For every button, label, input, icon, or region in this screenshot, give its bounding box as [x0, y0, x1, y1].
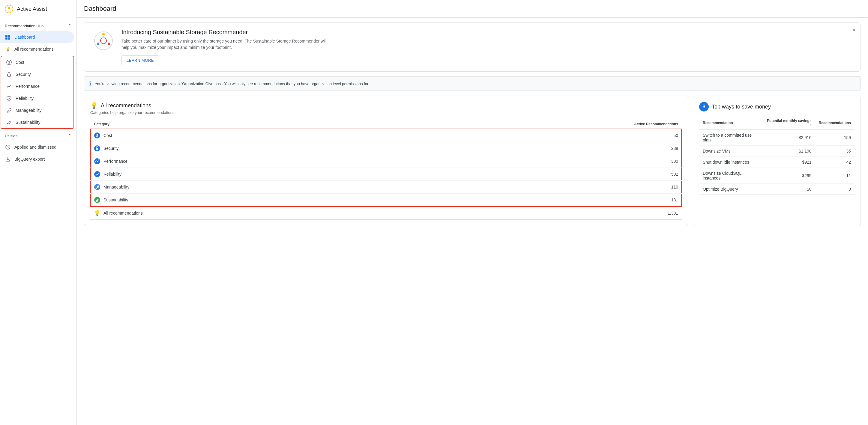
- sidebar-item-cost[interactable]: $ Cost: [1, 56, 71, 68]
- svg-rect-4: [5, 35, 7, 37]
- cards-row: 💡 All recommendations Categories help or…: [84, 96, 861, 226]
- all-rec-title: All recommendations: [101, 102, 151, 109]
- svg-point-11: [7, 96, 11, 100]
- sidebar-item-performance[interactable]: Performance: [1, 80, 71, 92]
- performance-label: Performance: [16, 84, 39, 89]
- svg-rect-6: [5, 37, 7, 39]
- sidebar: Active Assist Recommendation Hub ⌃ Dashb…: [0, 0, 77, 425]
- table-row[interactable]: Security288: [90, 142, 682, 155]
- cost-label: Cost: [16, 60, 24, 65]
- sidebar-item-all-recommendations[interactable]: 💡 All recommendations: [0, 43, 74, 55]
- sort-down-icon: ↓: [810, 123, 812, 127]
- sidebar-item-sustainability[interactable]: Sustainability: [1, 116, 71, 128]
- tw-savings-value: $2,910: [762, 130, 815, 146]
- info-icon: ℹ: [89, 80, 91, 87]
- category-cell: Performance: [90, 155, 399, 168]
- sidebar-item-manageability[interactable]: Manageability: [1, 104, 71, 116]
- svg-text:$: $: [96, 134, 98, 138]
- top-ways-card: $ Top ways to save money Recommendation …: [693, 96, 861, 226]
- table-row[interactable]: Switch to a committed use plan$2,910159: [699, 130, 855, 146]
- svg-point-27: [94, 171, 100, 177]
- tw-col-savings: Potential monthly savings ↓: [762, 116, 815, 130]
- utilities-header[interactable]: Utilities ⌃: [0, 129, 76, 141]
- svg-point-15: [100, 38, 106, 44]
- table-row[interactable]: Optimize BigQuery$00: [699, 184, 855, 195]
- all-rec-subtitle: Categories help organize your recommenda…: [90, 110, 682, 115]
- table-row[interactable]: Downsize VMs$1,19035: [699, 146, 855, 157]
- col-active: Active Recommendations: [399, 120, 682, 129]
- dashboard-label: Dashboard: [14, 35, 35, 39]
- sidebar-item-security[interactable]: Security: [1, 68, 71, 80]
- tw-recommendation-label: Optimize BigQuery: [699, 184, 762, 195]
- performance-icon: [6, 83, 12, 89]
- table-row[interactable]: Performance300: [90, 155, 682, 168]
- table-row[interactable]: Sustainability131: [90, 194, 682, 207]
- tw-savings-value: $921: [762, 157, 815, 168]
- svg-point-3: [9, 11, 9, 12]
- tw-savings-value: $0: [762, 184, 815, 195]
- category-cell: Manageability: [90, 181, 399, 194]
- banner-title: Introducing Sustainable Storage Recommen…: [121, 29, 853, 36]
- total-label: 💡All recommendations: [90, 206, 399, 220]
- sidebar-item-dashboard[interactable]: Dashboard: [0, 31, 74, 43]
- top-ways-table: Recommendation Potential monthly savings…: [699, 116, 855, 195]
- recommendation-hub-label: Recommendation Hub: [5, 24, 43, 28]
- security-label: Security: [16, 72, 31, 77]
- active-rec-count: 50: [399, 129, 682, 142]
- tw-col-count: Recommendations: [815, 116, 855, 130]
- table-row[interactable]: $Cost50: [90, 129, 682, 142]
- cost-icon: $: [6, 59, 12, 65]
- app-header: Active Assist: [0, 0, 76, 18]
- tw-count-value: 35: [815, 146, 855, 157]
- category-cell: Sustainability: [90, 194, 399, 207]
- tw-count-value: 11: [815, 168, 855, 184]
- bigquery-export-label: BigQuery export: [14, 157, 45, 162]
- utilities-chevron-icon: ⌃: [68, 133, 72, 139]
- page-title: Dashboard: [77, 0, 868, 18]
- sidebar-item-reliability[interactable]: Reliability: [1, 92, 71, 104]
- reliability-label: Reliability: [16, 96, 34, 101]
- table-row-total[interactable]: 💡All recommendations1,381: [90, 206, 682, 220]
- card-bulb-icon: 💡: [90, 102, 98, 109]
- active-rec-count: 110: [399, 181, 682, 194]
- dashboard-icon: [5, 34, 11, 40]
- category-cell: $Cost: [90, 129, 399, 142]
- recommendation-hub-header[interactable]: Recommendation Hub ⌃: [0, 18, 76, 31]
- sidebar-item-applied-dismissed[interactable]: Applied and dismissed: [0, 141, 74, 153]
- table-row[interactable]: Reliability502: [90, 168, 682, 181]
- active-rec-count: 502: [399, 168, 682, 181]
- close-icon[interactable]: ×: [852, 26, 856, 33]
- banner-content: Introducing Sustainable Storage Recommen…: [121, 29, 853, 65]
- sustainability-label: Sustainability: [16, 120, 40, 125]
- active-rec-count: 300: [399, 155, 682, 168]
- card-title-row: 💡 All recommendations: [90, 102, 682, 109]
- table-row[interactable]: Shut down idle instances$92142: [699, 157, 855, 168]
- wrench-icon: [6, 107, 12, 113]
- bulb-icon: 💡: [5, 46, 11, 52]
- main-content: Dashboard Introducing Sustainable Storag…: [77, 0, 868, 425]
- category-cell: Security: [90, 142, 399, 155]
- lock-icon: [6, 71, 12, 77]
- export-icon: [5, 156, 11, 162]
- info-bar: ℹ You're viewing recommendations for org…: [84, 76, 861, 91]
- sidebar-item-bigquery-export[interactable]: BigQuery export: [0, 153, 74, 165]
- tw-savings-value: $1,190: [762, 146, 815, 157]
- svg-rect-25: [96, 148, 98, 150]
- table-row[interactable]: Downsize CloudSQL instances$29911: [699, 168, 855, 184]
- svg-text:$: $: [8, 61, 10, 64]
- category-group: $ Cost Security Performance Reliability: [1, 56, 74, 129]
- active-rec-count: 131: [399, 194, 682, 207]
- learn-more-button[interactable]: LEARN MORE: [121, 56, 159, 65]
- banner-icon: [91, 29, 116, 53]
- tw-count-value: 0: [815, 184, 855, 195]
- svg-rect-10: [7, 74, 10, 76]
- active-assist-icon: [5, 5, 13, 13]
- tw-col-recommendation: Recommendation: [699, 116, 762, 130]
- dollar-icon: $: [699, 102, 709, 111]
- tw-count-value: 159: [815, 130, 855, 146]
- tw-recommendation-label: Switch to a committed use plan: [699, 130, 762, 146]
- all-recommendations-label: All recommendations: [14, 47, 54, 52]
- banner: Introducing Sustainable Storage Recommen…: [84, 23, 861, 72]
- table-row[interactable]: Manageability110: [90, 181, 682, 194]
- tw-savings-value: $299: [762, 168, 815, 184]
